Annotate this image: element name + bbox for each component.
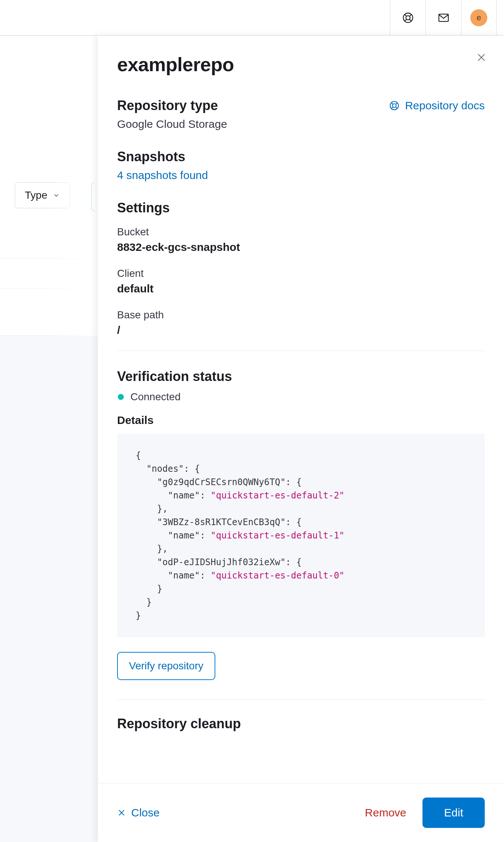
topbar: e [0, 0, 504, 36]
flyout-title: examplerepo [117, 53, 485, 76]
svg-line-3 [409, 14, 411, 16]
bg-fade [44, 36, 99, 336]
svg-line-11 [391, 103, 393, 105]
divider [117, 699, 485, 700]
svg-line-2 [404, 14, 406, 16]
settings-heading: Settings [117, 200, 485, 216]
setting-basepath-label: Base path [117, 309, 485, 321]
svg-line-4 [404, 19, 406, 21]
flyout-footer: Close Remove Edit [98, 783, 504, 842]
close-button[interactable]: Close [117, 806, 160, 819]
topbar-right: e [390, 0, 497, 35]
setting-bucket-label: Bucket [117, 226, 485, 238]
repository-flyout: examplerepo Repository type Repository d… [98, 36, 504, 842]
svg-line-12 [395, 103, 397, 105]
repository-docs-link[interactable]: Repository docs [389, 99, 485, 112]
avatar[interactable]: e [461, 0, 497, 35]
scrollbar[interactable] [499, 95, 503, 779]
status-text: Connected [130, 391, 180, 403]
snapshots-found-link[interactable]: 4 snapshots found [117, 169, 485, 182]
setting-basepath-value: / [117, 324, 485, 337]
setting-client-value: default [117, 282, 485, 295]
avatar-initial: e [470, 9, 487, 26]
help-icon [389, 100, 400, 111]
status-dot-icon [118, 394, 124, 400]
svg-line-13 [391, 107, 393, 109]
close-icon [117, 808, 126, 817]
repo-type-heading: Repository type [117, 98, 218, 113]
close-label: Close [131, 806, 160, 819]
cleanup-heading: Repository cleanup [117, 716, 485, 732]
verification-heading: Verification status [117, 369, 485, 384]
svg-line-14 [395, 107, 397, 109]
setting-basepath: Base path / [117, 309, 485, 337]
divider [117, 351, 485, 351]
verify-repository-button[interactable]: Verify repository [117, 652, 215, 680]
repository-docs-label: Repository docs [405, 99, 485, 112]
mail-icon[interactable] [425, 0, 461, 35]
setting-client: Client default [117, 268, 485, 295]
details-heading: Details [117, 414, 485, 427]
setting-bucket-value: 8832-eck-gcs-snapshot [117, 241, 485, 253]
details-codeblock: { "nodes": { "g0z9qdCrSECsrn0QWNy6TQ": {… [117, 434, 485, 637]
setting-client-label: Client [117, 268, 485, 279]
snapshots-heading: Snapshots [117, 149, 485, 165]
status-row: Connected [118, 391, 485, 403]
svg-line-5 [409, 19, 411, 21]
remove-button[interactable]: Remove [365, 806, 407, 819]
flyout-body: examplerepo Repository type Repository d… [98, 36, 504, 783]
close-icon[interactable] [476, 52, 487, 66]
footer-right: Remove Edit [365, 798, 485, 828]
repo-type-value: Google Cloud Storage [117, 118, 485, 130]
settings-list: Bucket 8832-eck-gcs-snapshot Client defa… [117, 226, 485, 337]
help-icon[interactable] [390, 0, 425, 35]
setting-bucket: Bucket 8832-eck-gcs-snapshot [117, 226, 485, 253]
edit-button[interactable]: Edit [422, 798, 485, 828]
